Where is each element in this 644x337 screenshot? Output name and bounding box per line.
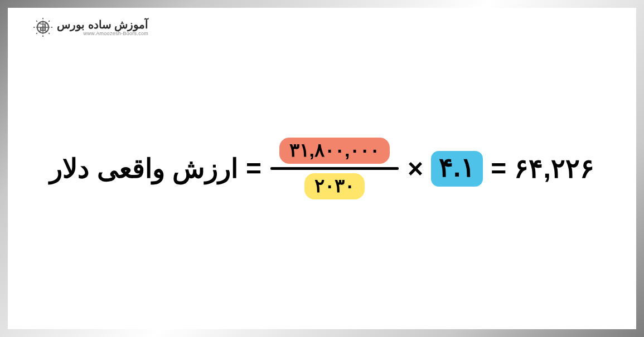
equals-sign: = (246, 155, 262, 182)
denominator: ۲۰۳۰ (304, 173, 365, 199)
result: ۶۴,۲۲۶ (514, 155, 594, 182)
formula-area: ارزش واقعی دلار = ۳۱,۸۰۰,۰۰۰ ۲۰۳۰ × ۴.۱ … (8, 8, 636, 329)
lhs-label: ارزش واقعی دلار (50, 155, 238, 182)
multiplier: ۴.۱ (431, 151, 483, 187)
outer-frame: آموزش ساده بورس www.Amoozesh-Boors.com ا… (0, 0, 644, 337)
formula-row: ارزش واقعی دلار = ۳۱,۸۰۰,۰۰۰ ۲۰۳۰ × ۴.۱ … (46, 138, 597, 199)
fraction: ۳۱,۸۰۰,۰۰۰ ۲۰۳۰ (270, 138, 399, 199)
fraction-bar (270, 167, 399, 170)
equals-sign-2: = (491, 155, 506, 182)
numerator: ۳۱,۸۰۰,۰۰۰ (279, 138, 390, 164)
times-sign: × (408, 155, 423, 182)
canvas: آموزش ساده بورس www.Amoozesh-Boors.com ا… (8, 8, 636, 329)
